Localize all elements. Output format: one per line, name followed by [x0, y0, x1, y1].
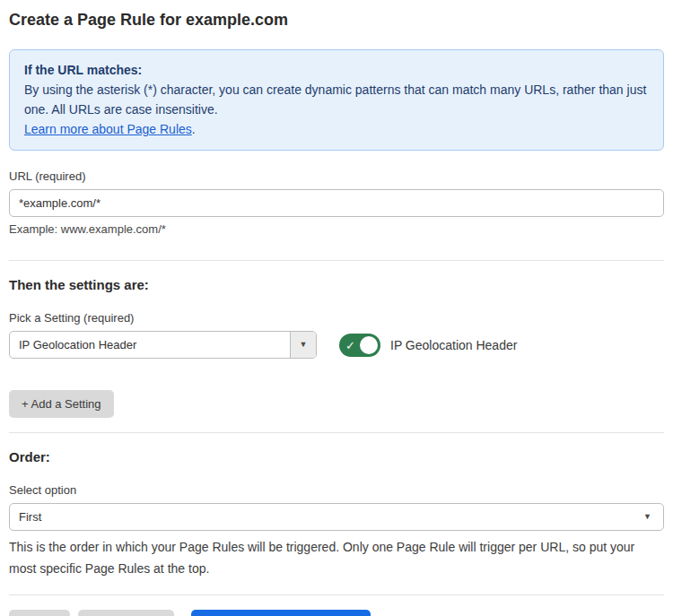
callout-link-line: Learn more about Page Rules.	[24, 119, 649, 139]
setting-row: IP Geolocation Header ▼ ✓ IP Geolocation…	[9, 331, 664, 359]
toggle-knob	[360, 336, 378, 354]
save-and-deploy-button[interactable]: Save and Deploy Page Rule	[191, 610, 370, 616]
add-setting-button[interactable]: + Add a Setting	[9, 390, 114, 418]
order-heading: Order:	[9, 449, 664, 464]
toggle-label: IP Geolocation Header	[390, 338, 517, 352]
callout-heading: If the URL matches:	[24, 60, 649, 80]
callout-body: By using the asterisk (*) character, you…	[24, 80, 649, 119]
setting-select[interactable]: IP Geolocation Header ▼	[9, 331, 317, 359]
setting-select-value: IP Geolocation Header	[10, 332, 290, 358]
setting-select-arrow-button[interactable]: ▼	[290, 332, 316, 358]
save-as-draft-button[interactable]: Save as Draft	[78, 610, 174, 616]
url-input[interactable]	[9, 189, 664, 217]
actions-row: Cancel Save as Draft Save and Deploy Pag…	[9, 610, 664, 616]
ip-geolocation-toggle[interactable]: ✓	[339, 334, 380, 357]
settings-heading: Then the settings are:	[9, 277, 664, 292]
divider	[9, 432, 664, 433]
divider	[9, 260, 664, 261]
chevron-down-icon: ▼	[300, 341, 308, 349]
checkmark-icon: ✓	[345, 339, 355, 351]
page-title: Create a Page Rule for example.com	[9, 11, 664, 30]
url-field-label: URL (required)	[9, 169, 664, 183]
order-select-value: First	[10, 504, 643, 530]
divider	[9, 594, 664, 595]
cancel-button[interactable]: Cancel	[9, 610, 70, 616]
pick-setting-label: Pick a Setting (required)	[9, 311, 664, 325]
order-helper-text: This is the order in which your Page Rul…	[9, 537, 659, 578]
order-select-label: Select option	[9, 483, 664, 497]
order-select[interactable]: First ▼	[9, 503, 664, 531]
url-field-helper: Example: www.example.com/*	[9, 222, 664, 236]
order-select-arrow: ▼	[643, 504, 663, 530]
url-matches-callout: If the URL matches: By using the asteris…	[9, 49, 664, 151]
chevron-down-icon: ▼	[643, 513, 651, 521]
learn-more-link[interactable]: Learn more about Page Rules	[24, 122, 192, 136]
callout-link-suffix: .	[192, 122, 196, 136]
